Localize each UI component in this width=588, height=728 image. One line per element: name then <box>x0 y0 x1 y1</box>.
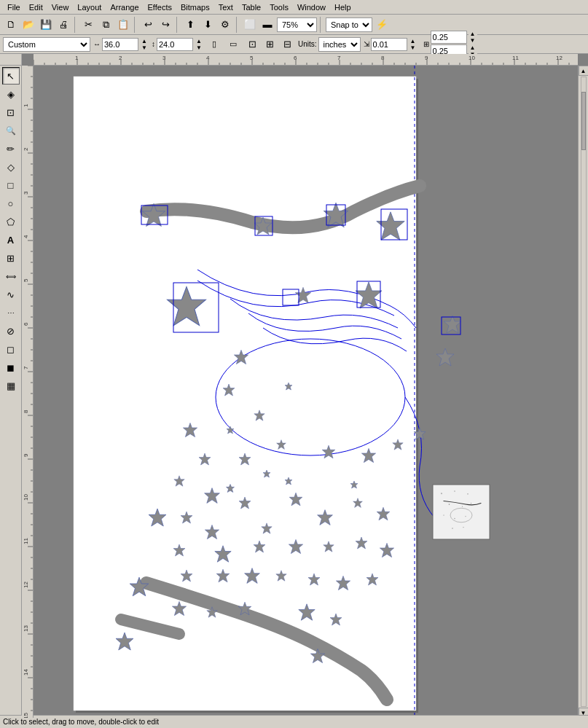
main-area: ↖ ◈ ⊡ 🔍 ✏ ◇ □ ○ ⬠ A ⊞ ⟺ ∿ ⋯ ⊘ ◻ ◼ ▦ <box>0 54 588 728</box>
undo-button[interactable]: ↩ <box>140 17 156 33</box>
width-down-button[interactable]: ▼ <box>140 44 149 51</box>
art-canvas[interactable] <box>34 66 578 718</box>
menu-table[interactable]: Table <box>238 2 265 12</box>
page-size-btn1[interactable]: ⊡ <box>244 36 260 52</box>
ruler-top <box>34 54 578 66</box>
menubar: File Edit View Layout Arrange Effects Bi… <box>0 0 588 15</box>
outline-tool[interactable]: ◻ <box>2 340 20 358</box>
height-icon: ↕ <box>152 40 155 48</box>
ruler-left <box>22 66 34 718</box>
polygon-tool[interactable]: ⬠ <box>2 213 20 230</box>
redo-button[interactable]: ↪ <box>157 17 173 33</box>
separator5 <box>320 17 323 33</box>
page-preset-select[interactable]: Custom <box>3 37 90 52</box>
menu-view[interactable]: View <box>47 2 74 12</box>
ruler-corner <box>0 54 22 66</box>
menu-help[interactable]: Help <box>330 2 356 12</box>
nudge-icon: ⇲ <box>364 40 369 48</box>
freehand-tool[interactable]: ✏ <box>2 140 20 157</box>
scroll-up-button[interactable]: ▲ <box>579 66 589 76</box>
snap-options-button[interactable]: ⚡ <box>374 17 390 33</box>
nudge-input[interactable] <box>371 38 407 51</box>
width-icon: ↔ <box>93 40 101 48</box>
cut-button[interactable]: ✂ <box>80 17 96 33</box>
separator4 <box>236 17 239 33</box>
page-height-input[interactable] <box>157 38 193 51</box>
canvas-viewport[interactable] <box>34 66 578 718</box>
nudge-up-button[interactable]: ▲ <box>409 38 418 44</box>
menu-layout[interactable]: Layout <box>73 2 106 12</box>
scroll-track-v[interactable] <box>581 77 587 707</box>
statusbar: Click to select, drag to move, double-cl… <box>0 715 588 728</box>
canvas-area[interactable]: ◀ ▶ ▲ ▼ <box>22 54 588 728</box>
connector-tool[interactable]: ∿ <box>2 286 20 303</box>
snap-to-select[interactable]: Snap to <box>326 17 372 32</box>
zoom-tool[interactable]: 🔍 <box>2 122 20 139</box>
separator2 <box>134 17 137 33</box>
separator1 <box>74 17 77 33</box>
export-button[interactable]: ⬇ <box>200 17 216 33</box>
grid-x-up[interactable]: ▲ <box>469 31 477 37</box>
save-button[interactable]: 💾 <box>38 17 54 33</box>
svg-marker-7 <box>34 66 37 69</box>
grid-x-input[interactable] <box>431 31 467 44</box>
scrollbar-vertical[interactable]: ▲ ▼ <box>578 66 588 718</box>
crop-tool[interactable]: ⊡ <box>2 103 20 121</box>
print-button[interactable]: 🖨 <box>55 17 71 33</box>
landscape-button[interactable]: ▭ <box>225 36 241 52</box>
nudge-down-button[interactable]: ▼ <box>409 44 418 51</box>
eyedropper-tool[interactable]: ⊘ <box>2 322 20 340</box>
menu-arrange[interactable]: Arrange <box>106 2 143 12</box>
height-down-button[interactable]: ▼ <box>195 44 203 51</box>
menu-edit[interactable]: Edit <box>25 2 47 12</box>
fill-tool[interactable]: ◼ <box>2 359 20 376</box>
fit-page-width-button[interactable]: ▬ <box>259 17 275 33</box>
new-button[interactable]: 🗋 <box>3 17 19 33</box>
menu-window[interactable]: Window <box>293 2 330 12</box>
menu-bitmaps[interactable]: Bitmaps <box>176 2 214 12</box>
page-size-btn2[interactable]: ⊞ <box>262 36 278 52</box>
paste-button[interactable]: 📋 <box>115 17 131 33</box>
copy-button[interactable]: ⧉ <box>98 17 114 33</box>
app-launcher-button[interactable]: ⚙ <box>217 17 233 33</box>
import-button[interactable]: ⬆ <box>182 17 198 33</box>
interactive-fill-tool[interactable]: ▦ <box>2 377 20 394</box>
text-tool[interactable]: A <box>2 231 20 248</box>
pick-tool[interactable]: ↖ <box>2 67 20 85</box>
toolbox: ↖ ◈ ⊡ 🔍 ✏ ◇ □ ○ ⬠ A ⊞ ⟺ ∿ ⋯ ⊘ ◻ ◼ ▦ <box>0 66 22 394</box>
open-button[interactable]: 📂 <box>20 17 36 33</box>
separator3 <box>176 17 179 33</box>
property-bar: Custom ↔ ▲ ▼ ↕ ▲ ▼ ▯ ▭ ⊡ ⊞ ⊟ Units: inch… <box>0 35 588 54</box>
menu-text[interactable]: Text <box>214 2 238 12</box>
grid-label: ⊞ <box>423 40 429 48</box>
units-select[interactable]: inches mm cm pixels <box>318 37 361 52</box>
menu-file[interactable]: File <box>3 2 25 12</box>
blend-tool[interactable]: ⋯ <box>2 304 20 321</box>
menu-effects[interactable]: Effects <box>144 2 176 12</box>
dimension-tool[interactable]: ⟺ <box>2 267 20 285</box>
status-text: Click to select, drag to move, double-cl… <box>3 718 159 726</box>
zoom-select[interactable]: 75% 50% 100% 150% 200% <box>277 17 317 32</box>
portrait-button[interactable]: ▯ <box>206 36 222 52</box>
table-tool[interactable]: ⊞ <box>2 249 20 267</box>
fit-page-button[interactable]: ⬜ <box>242 17 258 33</box>
shape-tool[interactable]: ◈ <box>2 85 20 103</box>
svg-marker-6 <box>34 66 39 71</box>
grid-x-down[interactable]: ▼ <box>469 37 477 44</box>
ellipse-tool[interactable]: ○ <box>2 195 20 212</box>
grid-y-up[interactable]: ▲ <box>469 44 477 51</box>
page-width-input[interactable] <box>102 38 138 51</box>
toolbar1: 🗋 📂 💾 🖨 ✂ ⧉ 📋 ↩ ↪ ⬆ ⬇ ⚙ ⬜ ▬ 75% 50% 100%… <box>0 15 588 35</box>
units-label: Units: <box>298 40 317 48</box>
smart-fill-tool[interactable]: ◇ <box>2 158 20 176</box>
width-up-button[interactable]: ▲ <box>140 38 149 44</box>
page-size-btn3[interactable]: ⊟ <box>279 36 295 52</box>
menu-tools[interactable]: Tools <box>265 2 293 12</box>
rectangle-tool[interactable]: □ <box>2 176 20 194</box>
svg-rect-16 <box>433 485 490 539</box>
height-up-button[interactable]: ▲ <box>195 38 203 44</box>
svg-marker-5 <box>34 66 42 74</box>
